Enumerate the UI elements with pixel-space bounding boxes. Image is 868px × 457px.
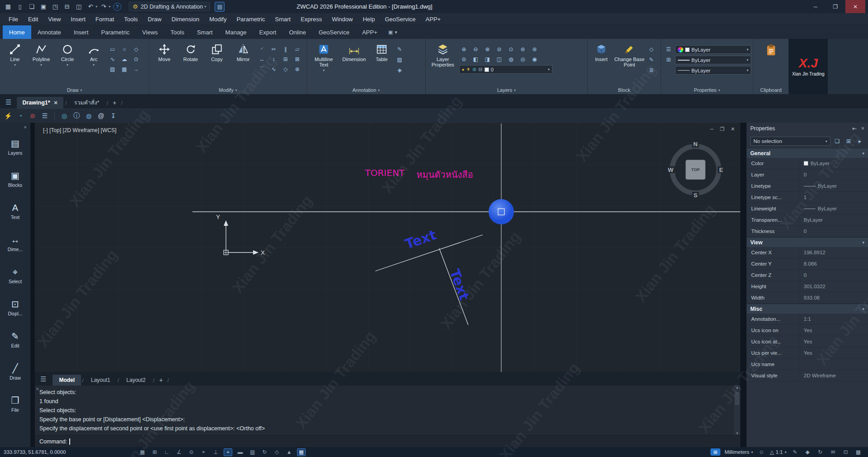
multiline-text-button[interactable]: Multiline Text ▾ [310,41,338,72]
match-properties-icon[interactable]: ☰ [664,45,673,53]
scale-icon[interactable]: ↕ [269,55,278,63]
tab-model[interactable]: Model [53,375,81,386]
osnap-icon[interactable]: ⊙ [187,448,196,456]
layer-state-icon[interactable]: ◫ [494,55,504,63]
document-tab-drawing1[interactable]: Drawing1* ✕ [17,97,63,109]
hatch-icon[interactable]: ▨ [108,65,117,73]
region-icon[interactable]: ▦ [120,65,129,73]
table-button[interactable]: Table [370,41,393,62]
panel-label-layers[interactable]: Layers▾ [426,87,587,93]
layer-state-icon[interactable]: ◧ [471,55,480,63]
user-icon[interactable]: ☺ [757,448,766,456]
ribbon-tab[interactable]: GeoService [312,25,356,39]
chevron-down-icon[interactable]: ▾ [747,68,748,72]
color-dropdown[interactable]: ByLayer ▾ [675,45,751,54]
selection-cycling-icon[interactable]: ↻ [260,448,269,456]
drawing-close-icon[interactable]: ✕ [731,126,735,132]
property-value[interactable]: 0 [800,270,868,281]
command-close-icon[interactable]: ✕ [36,387,39,391]
new-tab-button[interactable]: + [113,99,116,106]
display-settings-icon[interactable]: ⊡ [841,448,850,456]
layer-state-icon[interactable]: ◨ [483,55,492,63]
property-value[interactable]: ByLayer [800,158,868,169]
polygon-icon[interactable]: ◇ [131,45,141,53]
maximize-button[interactable]: ❐ [825,0,845,13]
chevron-down-icon[interactable]: ▾ [747,58,748,62]
compass-north[interactable]: N [692,141,699,148]
ortho-icon[interactable]: ∟ [163,448,171,456]
workspace-switch-icon[interactable]: ↻ [816,448,825,456]
section-header-misc[interactable]: Misc ▾ [747,304,868,314]
break-icon[interactable]: ∿ [269,65,278,73]
properties-list-icon[interactable]: ⊞ [664,56,673,64]
extend-icon[interactable]: ↔ [257,55,267,63]
layer-state-icon[interactable]: ⊚ [518,45,528,53]
property-value[interactable]: 196.8912 [800,247,868,258]
chevron-down-icon[interactable]: ▾ [323,69,325,72]
property-value[interactable]: 8.086 [800,258,868,269]
redo-icon[interactable]: ↷ [98,2,109,12]
erase-icon[interactable]: ⊠ [293,55,302,63]
globe-icon[interactable]: ◍ [84,111,93,120]
polar-icon[interactable]: ∠ [175,448,183,456]
property-value[interactable] [800,359,868,370]
sidebar-item-dimension[interactable]: ↔ Dime... [0,227,30,259]
app-menu-icon[interactable]: ▦ [3,2,14,12]
lineweight-display-icon[interactable]: ▬ [236,448,245,456]
panel-label-modify[interactable]: Modify▾ [149,87,307,93]
command-history[interactable]: ✕ Select objects: 1 found Select objects… [35,386,740,435]
copy-button[interactable]: Copy [205,41,229,62]
selection-dropdown[interactable]: No selection ▾ [750,137,830,146]
viewport-controls[interactable]: [-] [Top] [2D Wireframe] [WCS] [43,127,116,133]
fillet-icon[interactable]: ◜ [257,45,267,53]
command-scrollbar[interactable]: ▲ ▼ [734,386,740,435]
dynamic-ucs-icon[interactable]: ⊥ [211,448,220,456]
rotate-button[interactable]: Rotate [178,41,203,62]
property-value[interactable]: Yes [800,348,868,358]
sidebar-item-draw[interactable]: ╱ Draw [0,356,30,388]
layer-state-icon[interactable]: ⊛ [530,45,539,53]
units-dropdown[interactable]: Millimeters▾ [724,449,753,455]
sidebar-item-display[interactable]: ⊡ Displ... [0,291,30,324]
menu-item[interactable]: GeoService [380,13,421,25]
line-button[interactable]: Line ▾ [3,41,27,67]
text-style-icon[interactable]: ✎ [395,45,404,53]
compass-south[interactable]: S [692,192,699,199]
record-icon[interactable]: ⊘ [28,111,37,120]
property-value[interactable]: Yes [800,325,868,336]
menu-item[interactable]: Draw [143,13,166,25]
layer-state-icon[interactable]: ⊖ [471,45,480,53]
property-value[interactable]: ByLayer [800,181,868,191]
auto-scale-icon[interactable]: ▦ [297,448,306,456]
menu-item[interactable]: Dimension [167,13,204,25]
tab-layout2[interactable]: Layout2 [120,375,152,386]
save-as-icon[interactable]: ◳ [50,2,61,12]
tab-layout1[interactable]: Layout1 [85,375,117,386]
lineweight-dropdown[interactable]: ByLayer ▾ [675,56,751,64]
new-icon[interactable]: ▯ [14,2,25,12]
revcloud-icon[interactable]: ☁ [120,55,129,63]
clipboard-button[interactable] [758,41,785,57]
linetype-dropdown[interactable]: ByLayer ▾ [675,66,751,75]
rectangle-icon[interactable]: ▭ [108,45,117,53]
property-value[interactable]: Yes [800,336,868,347]
ribbon-tab[interactable]: APP+ [356,25,384,39]
magenta-annotation-text[interactable]: TORIENT หมุนตัวหนังสือ [365,167,473,182]
ribbon-tab[interactable]: Manage [219,25,253,39]
panel-label-draw[interactable]: Draw▾ [0,87,149,93]
hamburger-icon[interactable]: ☰ [5,98,11,106]
define-attribute-icon[interactable]: ◇ [647,45,656,53]
menu-item[interactable]: Edit [23,13,43,25]
view-cube[interactable]: TOP [686,160,705,180]
sun-icon[interactable]: ☀ [466,67,470,72]
property-value[interactable]: 301.0322 [800,281,868,292]
menu-item[interactable]: Modify [204,13,231,25]
close-button[interactable]: ✕ [845,0,865,13]
quick-select-icon[interactable]: ❏ [833,137,842,146]
stretch-icon[interactable]: ▱ [293,45,302,53]
compass-west[interactable]: W [667,167,675,173]
hamburger-icon[interactable]: ☰ [40,375,46,383]
document-tab[interactable]: รวมคำสั่ง* [68,97,105,109]
tray-mail-icon[interactable]: ✉ [829,448,837,456]
menu-item[interactable]: Parametric [231,13,270,25]
